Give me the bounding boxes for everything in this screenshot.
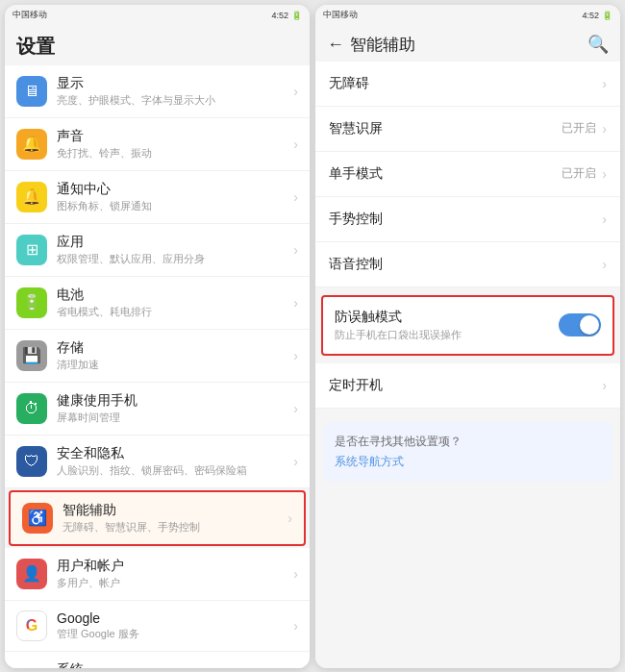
assist-one-hand[interactable]: 单手模式 已开启 › <box>315 152 620 197</box>
anti-touch-desc: 防止手机在口袋出现误操作 <box>335 328 462 342</box>
security-icon: 🛡 <box>16 446 47 477</box>
security-chevron: › <box>293 454 298 469</box>
left-page-title: 设置 <box>16 34 55 60</box>
setting-accessibility[interactable]: ♿ 智能辅助 无障碍、智慧识屏、手势控制 › <box>9 490 306 546</box>
notification-chevron: › <box>293 189 298 205</box>
battery-desc: 省电模式、耗电排行 <box>57 305 289 319</box>
setting-health[interactable]: ⏱ 健康使用手机 屏幕时间管理 › <box>5 383 310 436</box>
display-icon: 🖥 <box>16 76 47 107</box>
google-name: Google <box>57 610 289 626</box>
battery-icon-setting: 🔋 <box>16 287 47 318</box>
accessibility-icon: ♿ <box>22 503 53 534</box>
health-name: 健康使用手机 <box>57 392 289 410</box>
assist-voice[interactable]: 语音控制 › <box>315 242 620 287</box>
accounts-desc: 多用户、帐户 <box>57 576 289 590</box>
accounts-text: 用户和帐户 多用户、帐户 <box>57 558 289 590</box>
smart-screen-status: 已开启 <box>562 120 596 137</box>
back-button[interactable]: ← <box>327 35 344 55</box>
search-icon[interactable]: 🔍 <box>588 34 609 55</box>
assist-accessibility-right: › <box>602 76 607 91</box>
left-page-header: 设置 <box>5 26 310 65</box>
setting-security[interactable]: 🛡 安全和隐私 人脸识别、指纹、锁屏密码、密码保险箱 › <box>5 436 310 488</box>
time-text: 4:52 <box>271 11 288 20</box>
right-status-bar-left: 中国移动 <box>323 9 358 21</box>
apps-desc: 权限管理、默认应用、应用分身 <box>57 252 289 266</box>
google-desc: 管理 Google 服务 <box>57 627 289 641</box>
display-desc: 亮度、护眼模式、字体与显示大小 <box>57 93 289 108</box>
spacer-1 <box>315 287 620 293</box>
sound-name: 声音 <box>57 128 289 145</box>
status-bar-left: 中国移动 <box>12 9 47 21</box>
notification-icon: 🔔 <box>16 182 47 212</box>
assist-accessibility-label: 无障碍 <box>329 75 369 92</box>
settings-list: 🖥 显示 亮度、护眼模式、字体与显示大小 › 🔔 声音 免打扰、铃声、振动 › … <box>5 65 310 668</box>
assist-smart-screen[interactable]: 智慧识屏 已开启 › <box>315 107 620 152</box>
accounts-name: 用户和帐户 <box>57 558 289 575</box>
apps-icon: ⊞ <box>16 235 47 265</box>
assist-one-hand-label: 单手模式 <box>329 165 383 183</box>
accounts-icon: 👤 <box>16 559 47 589</box>
info-box: 是否在寻找其他设置项？ 系统导航方式 <box>323 422 612 482</box>
health-chevron: › <box>293 401 298 416</box>
notification-desc: 图标角标、锁屏通知 <box>57 199 289 213</box>
storage-desc: 清理加速 <box>57 358 289 372</box>
assist-gesture-right: › <box>602 212 607 227</box>
assist-gesture[interactable]: 手势控制 › <box>315 197 620 242</box>
anti-touch-toggle[interactable] <box>559 313 601 336</box>
right-carrier-text: 中国移动 <box>323 9 358 21</box>
sound-text: 声音 免打扰、铃声、振动 <box>57 128 289 161</box>
spacer-3 <box>315 409 620 414</box>
display-name: 显示 <box>57 75 289 92</box>
one-hand-status: 已开启 <box>562 165 596 182</box>
status-bar-right: 4:52 🔋 <box>271 11 302 20</box>
assist-one-hand-right: 已开启 › <box>562 165 607 182</box>
anti-touch-name: 防误触模式 <box>335 309 462 326</box>
accessibility-name: 智能辅助 <box>62 502 284 519</box>
setting-apps[interactable]: ⊞ 应用 权限管理、默认应用、应用分身 › <box>5 224 310 277</box>
battery-name: 电池 <box>57 286 289 304</box>
setting-google[interactable]: G Google 管理 Google 服务 › <box>5 601 310 652</box>
smart-screen-chevron: › <box>602 121 607 137</box>
anti-touch-item[interactable]: 防误触模式 防止手机在口袋出现误操作 <box>321 295 614 356</box>
system-text: 系统 系统导航方式、软件更新、关于手机、语言和输入法 <box>57 661 289 668</box>
battery-icon: 🔋 <box>291 11 302 20</box>
voice-chevron: › <box>602 257 607 272</box>
assist-timer-label: 定时开机 <box>329 377 383 394</box>
carrier-text: 中国移动 <box>12 9 47 21</box>
setting-sound[interactable]: 🔔 声音 免打扰、铃声、振动 › <box>5 118 310 171</box>
storage-name: 存储 <box>57 339 289 357</box>
display-chevron: › <box>293 84 298 99</box>
battery-text: 电池 省电模式、耗电排行 <box>57 286 289 319</box>
accounts-chevron: › <box>293 566 298 582</box>
health-desc: 屏幕时间管理 <box>57 411 289 425</box>
notification-text: 通知中心 图标角标、锁屏通知 <box>57 181 289 213</box>
notification-name: 通知中心 <box>57 181 289 198</box>
setting-storage[interactable]: 💾 存储 清理加速 › <box>5 330 310 383</box>
apps-name: 应用 <box>57 234 289 251</box>
assist-timer[interactable]: 定时开机 › <box>315 363 620 409</box>
accessibility-desc: 无障碍、智慧识屏、手势控制 <box>62 520 284 535</box>
setting-accounts[interactable]: 👤 用户和帐户 多用户、帐户 › <box>5 548 310 601</box>
health-icon: ⏱ <box>16 393 47 424</box>
accessibility-chevron: › <box>288 510 292 526</box>
right-page-title: 智能辅助 <box>350 34 415 56</box>
health-text: 健康使用手机 屏幕时间管理 <box>57 392 289 425</box>
security-text: 安全和隐私 人脸识别、指纹、锁屏密码、密码保险箱 <box>57 445 289 478</box>
google-chevron: › <box>293 618 298 634</box>
setting-system[interactable]: ⚙ 系统 系统导航方式、软件更新、关于手机、语言和输入法 › <box>5 652 310 668</box>
setting-notification[interactable]: 🔔 通知中心 图标角标、锁屏通知 › <box>5 171 310 224</box>
assist-smart-screen-label: 智慧识屏 <box>329 120 383 137</box>
accessibility-text: 智能辅助 无障碍、智慧识屏、手势控制 <box>62 502 284 535</box>
toggle-knob <box>580 315 599 335</box>
assist-timer-right: › <box>602 378 607 393</box>
display-text: 显示 亮度、护眼模式、字体与显示大小 <box>57 75 289 108</box>
setting-battery[interactable]: 🔋 电池 省电模式、耗电排行 › <box>5 277 310 330</box>
google-g-letter: G <box>26 617 38 635</box>
gesture-chevron: › <box>602 212 607 227</box>
anti-touch-text-block: 防误触模式 防止手机在口袋出现误操作 <box>335 309 462 342</box>
assist-accessibility[interactable]: 无障碍 › <box>315 62 620 107</box>
info-box-link[interactable]: 系统导航方式 <box>335 454 601 470</box>
setting-display[interactable]: 🖥 显示 亮度、护眼模式、字体与显示大小 › <box>5 65 310 118</box>
assist-smart-screen-right: 已开启 › <box>562 120 607 137</box>
google-icon: G <box>16 610 47 641</box>
